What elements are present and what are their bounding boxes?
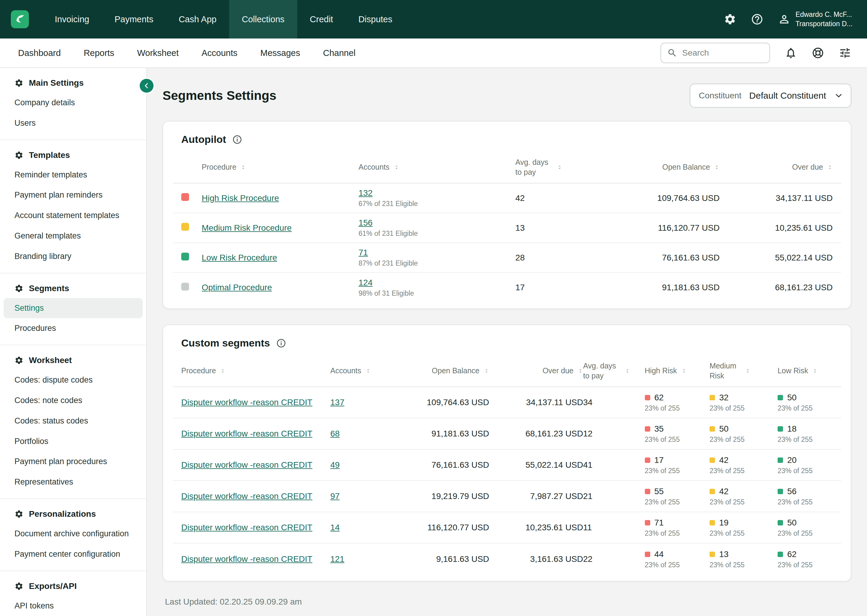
secondary-navbar: Dashboard Reports Worksheet Accounts Mes… xyxy=(0,39,867,68)
column-header-procedure[interactable]: Procedure xyxy=(202,162,359,172)
user-org: Transportation D... xyxy=(795,19,853,28)
sidebar-collapse-button[interactable] xyxy=(140,79,153,93)
notifications-bell-icon[interactable] xyxy=(785,47,797,59)
accounts-link[interactable]: 49 xyxy=(330,460,340,470)
constituent-select[interactable]: Constituent Default Constituent xyxy=(690,83,851,108)
sidebar-item-payment-center-configuration[interactable]: Payment center configuration xyxy=(0,544,146,564)
subnav-item-dashboard[interactable]: Dashboard xyxy=(18,48,61,58)
info-icon[interactable] xyxy=(276,338,286,348)
procedure-link[interactable]: Low Risk Procedure xyxy=(202,253,277,262)
sidebar-item-settings[interactable]: Settings xyxy=(4,298,143,319)
sidebar-item-codes-note-codes[interactable]: Codes: note codes xyxy=(0,390,146,411)
procedure-link[interactable]: Medium Risk Procedure xyxy=(202,223,292,233)
high-risk-value: 44 xyxy=(654,550,664,559)
sidebar-item-users[interactable]: Users xyxy=(0,113,146,134)
sidebar-item-codes-status-codes[interactable]: Codes: status codes xyxy=(0,411,146,431)
topnav-item-credit[interactable]: Credit xyxy=(297,0,345,39)
column-label: Open Balance xyxy=(432,366,479,376)
column-header-avg-days[interactable]: Avg. days to pay xyxy=(515,157,592,177)
accounts-link[interactable]: 132 xyxy=(359,188,373,198)
sidebar-item-reminder-templates[interactable]: Reminder templates xyxy=(0,165,146,185)
sidebar-item-portfolios[interactable]: Portfolios xyxy=(0,431,146,452)
sidebar-item-payment-plan-reminders[interactable]: Payment plan reminders xyxy=(0,185,146,206)
column-header-medium-risk[interactable]: Medium Risk xyxy=(709,361,777,380)
avg-days-value: 11 xyxy=(583,523,645,533)
procedure-link[interactable]: Disputer workflow -reason CREDIT xyxy=(181,398,312,407)
sidebar-item-general-templates[interactable]: General templates xyxy=(0,226,146,246)
subnav-item-messages[interactable]: Messages xyxy=(260,48,300,58)
topnav-item-invoicing[interactable]: Invoicing xyxy=(42,0,102,39)
accounts-link[interactable]: 68 xyxy=(330,429,340,438)
accounts-link[interactable]: 71 xyxy=(359,248,368,257)
column-header-open-balance[interactable]: Open Balance xyxy=(592,162,719,172)
user-account-menu[interactable]: Edwardo C. McF... Transportation D... xyxy=(778,10,853,28)
procedure-color-cell xyxy=(181,193,202,203)
column-header-high-risk[interactable]: High Risk xyxy=(645,366,709,376)
procedure-cell: Medium Risk Procedure xyxy=(202,223,359,233)
column-header-accounts[interactable]: Accounts xyxy=(359,162,515,172)
column-header-avg-days[interactable]: Avg. days to pay xyxy=(583,361,645,380)
sidebar-item-branding-library[interactable]: Branding library xyxy=(0,246,146,267)
procedure-link[interactable]: Disputer workflow -reason CREDIT xyxy=(181,492,312,501)
column-label: Accounts xyxy=(330,366,361,376)
column-header-low-risk[interactable]: Low Risk xyxy=(777,366,833,376)
sidebar-section-title: Worksheet xyxy=(29,355,72,365)
procedure-link[interactable]: Disputer workflow -reason CREDIT xyxy=(181,460,312,470)
search-box xyxy=(660,43,770,63)
open-balance-value: 19,219.79 USD xyxy=(392,492,489,501)
filters-icon[interactable] xyxy=(839,47,851,59)
support-icon[interactable] xyxy=(812,47,824,59)
chevron-left-icon xyxy=(143,82,151,90)
topnav-item-disputes[interactable]: Disputes xyxy=(345,0,405,39)
column-header-accounts[interactable]: Accounts xyxy=(330,366,392,376)
procedure-color-cell xyxy=(181,223,202,233)
sidebar-item-api-tokens[interactable]: API tokens xyxy=(0,596,146,616)
accounts-link[interactable]: 121 xyxy=(330,554,344,564)
procedure-link[interactable]: Disputer workflow -reason CREDIT xyxy=(181,554,312,564)
accounts-link[interactable]: 124 xyxy=(359,278,373,287)
accounts-link[interactable]: 156 xyxy=(359,218,373,227)
column-header-procedure[interactable]: Procedure xyxy=(181,366,330,376)
topnav-item-collections[interactable]: Collections xyxy=(229,0,297,39)
sidebar-item-document-archive-configuration[interactable]: Document archive configuration xyxy=(0,524,146,544)
avg-days-value: 34 xyxy=(583,398,645,407)
column-header-over-due[interactable]: Over due xyxy=(489,366,583,376)
column-header-over-due[interactable]: Over due xyxy=(719,162,833,172)
sidebar-item-company-details[interactable]: Company details xyxy=(0,93,146,113)
sidebar-item-payment-plan-procedures[interactable]: Payment plan procedures xyxy=(0,451,146,472)
help-icon[interactable] xyxy=(751,13,763,25)
accounts-link[interactable]: 14 xyxy=(330,523,340,532)
procedure-link[interactable]: Disputer workflow -reason CREDIT xyxy=(181,429,312,438)
procedure-link[interactable]: High Risk Procedure xyxy=(202,193,279,203)
procedure-link[interactable]: Disputer workflow -reason CREDIT xyxy=(181,523,312,532)
sidebar-item-codes-dispute-codes[interactable]: Codes: dispute codes xyxy=(0,370,146,390)
column-label: Over due xyxy=(542,366,574,376)
sidebar-item-representatives[interactable]: Representatives xyxy=(0,472,146,492)
constituent-value: Default Constituent xyxy=(749,91,826,101)
procedure-link[interactable]: Optimal Procedure xyxy=(202,283,272,292)
search-icon xyxy=(667,48,677,58)
app-logo[interactable] xyxy=(0,0,42,39)
low-risk-chip xyxy=(777,426,783,432)
settings-gear-icon[interactable] xyxy=(724,13,736,25)
sidebar-item-account-statement-templates[interactable]: Account statement templates xyxy=(0,206,146,226)
subnav-item-reports[interactable]: Reports xyxy=(84,48,114,58)
open-balance-value: 76,161.63 USD xyxy=(392,460,489,470)
risk-color-chip xyxy=(181,283,189,291)
over-due-value: 55,022.14 USD xyxy=(719,253,833,262)
subnav-item-channel[interactable]: Channel xyxy=(323,48,356,58)
procedure-cell: Disputer workflow -reason CREDIT xyxy=(181,492,330,501)
subnav-item-accounts[interactable]: Accounts xyxy=(202,48,238,58)
subnav-item-worksheet[interactable]: Worksheet xyxy=(137,48,178,58)
column-header-open-balance[interactable]: Open Balance xyxy=(392,366,489,376)
high-risk-sub: 23% of 255 xyxy=(645,498,709,506)
topnav-item-cash-app[interactable]: Cash App xyxy=(166,0,229,39)
accounts-link[interactable]: 97 xyxy=(330,492,340,501)
accounts-link[interactable]: 137 xyxy=(330,398,344,407)
low-risk-value: 50 xyxy=(787,393,796,402)
medium-risk-cell: 42 23% of 255 xyxy=(709,456,777,475)
topnav-item-payments[interactable]: Payments xyxy=(102,0,166,39)
sidebar-item-procedures[interactable]: Procedures xyxy=(0,318,146,339)
search-input[interactable] xyxy=(682,48,763,58)
info-icon[interactable] xyxy=(232,134,242,145)
